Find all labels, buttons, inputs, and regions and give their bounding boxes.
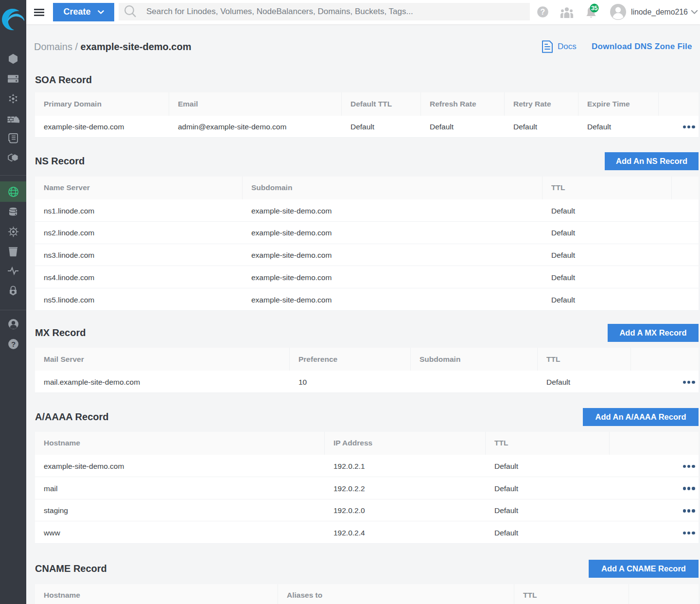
svg-text:?: ?: [11, 340, 15, 348]
svg-text:?: ?: [541, 8, 545, 16]
svg-text:35: 35: [591, 5, 598, 12]
